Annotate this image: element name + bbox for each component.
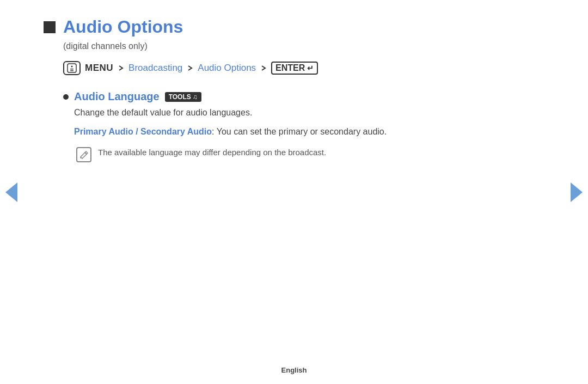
breadcrumb-arrow1-icon	[118, 65, 124, 71]
title-square-icon	[44, 21, 56, 33]
primary-secondary-text: : You can set the primary or secondary a…	[212, 127, 387, 136]
breadcrumb-audio-options: Audio Options	[198, 63, 256, 74]
tools-badge: TOOLS ♫	[165, 92, 201, 102]
menu-icon	[63, 61, 81, 75]
note-row: The available language may differ depend…	[76, 147, 490, 162]
item-title-row: Audio Language TOOLS ♫	[74, 90, 490, 103]
pencil-note-icon	[79, 150, 88, 159]
primary-secondary-label: Primary Audio / Secondary Audio	[74, 127, 212, 136]
page-title: Audio Options	[63, 16, 183, 37]
tools-label: TOOLS	[169, 93, 191, 101]
footer-language: English	[281, 366, 307, 374]
nav-right-button[interactable]	[571, 182, 583, 202]
svg-rect-0	[68, 64, 76, 72]
enter-button: ENTER ↵	[271, 62, 318, 75]
breadcrumb: MENU Broadcasting Audio Options ENTER ↵	[63, 61, 490, 75]
main-content: Audio Options (digital channels only) ME…	[0, 0, 534, 182]
note-text: The available language may differ depend…	[98, 147, 326, 159]
right-arrow-icon	[571, 182, 583, 202]
page-subtitle: (digital channels only)	[63, 41, 490, 51]
breadcrumb-broadcasting: Broadcasting	[128, 63, 182, 74]
primary-secondary-line: Primary Audio / Secondary Audio: You can…	[74, 125, 490, 139]
page-title-row: Audio Options	[44, 16, 490, 37]
breadcrumb-arrow3-icon	[260, 65, 267, 71]
bullet-icon	[63, 94, 69, 100]
tools-music-icon: ♫	[193, 93, 198, 101]
breadcrumb-arrow2-icon	[187, 65, 193, 71]
enter-return-icon: ↵	[307, 64, 314, 72]
note-icon	[76, 147, 91, 162]
audio-language-title: Audio Language	[74, 90, 160, 103]
audio-language-description: Change the default value for audio langu…	[74, 106, 490, 119]
audio-language-item: Audio Language TOOLS ♫ Change the defaul…	[63, 90, 490, 162]
enter-label: ENTER	[275, 63, 305, 73]
item-content: Audio Language TOOLS ♫ Change the defaul…	[74, 90, 490, 162]
breadcrumb-menu-label: MENU	[85, 63, 113, 74]
nav-left-button[interactable]	[5, 182, 17, 202]
svg-rect-3	[70, 70, 74, 71]
svg-point-1	[71, 66, 73, 68]
remote-icon	[67, 63, 77, 73]
left-arrow-icon	[5, 182, 17, 202]
section-list: Audio Language TOOLS ♫ Change the defaul…	[63, 90, 490, 162]
svg-rect-2	[70, 69, 74, 70]
